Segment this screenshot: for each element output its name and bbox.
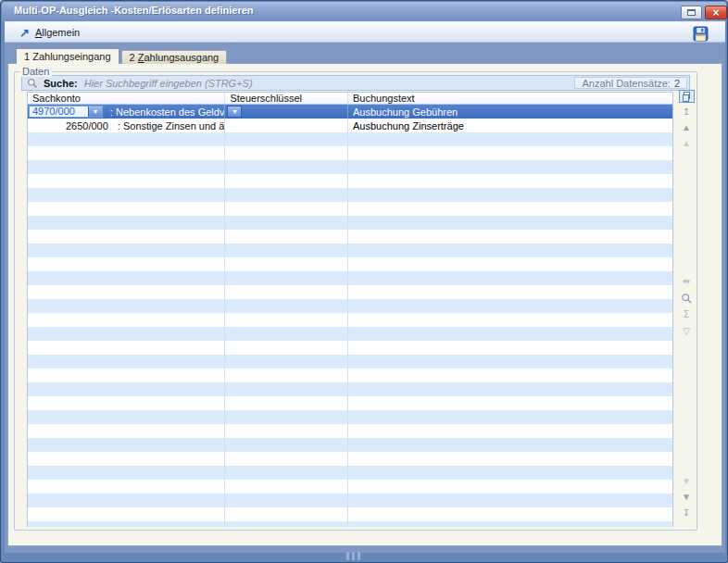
sachkonto-cell: 2650/000 : Sonstige Zinsen und ä: [28, 119, 225, 132]
table-cell: [28, 369, 225, 382]
table-row[interactable]: [28, 285, 672, 299]
table-row[interactable]: [28, 466, 672, 480]
table-cell: [28, 327, 225, 341]
page-down-icon[interactable]: ▼: [679, 475, 695, 488]
table-cell: [28, 285, 225, 299]
table-cell: [348, 257, 672, 271]
menu-allgemein[interactable]: ↗ Allgemein: [16, 24, 83, 41]
copy-icon[interactable]: [679, 90, 695, 103]
table-row[interactable]: [28, 341, 672, 355]
table-row[interactable]: [28, 271, 672, 285]
table-cell: [348, 202, 672, 216]
table-row[interactable]: [28, 132, 672, 146]
table-cell: [28, 146, 225, 160]
tab-strip: 1 Zahlungseingang 2 Zahlungsausgang: [16, 48, 227, 64]
tab-zahlungsausgang[interactable]: 2 Zahlungsausgang: [121, 50, 228, 64]
table-row[interactable]: [28, 438, 672, 452]
table-cell: [28, 132, 225, 146]
table-row[interactable]: [28, 188, 672, 202]
table-cell: [28, 271, 225, 285]
table-cell: [28, 174, 225, 188]
column-header-steuerschluessel[interactable]: Steuerschlüssel: [225, 93, 348, 104]
table-row[interactable]: [28, 452, 672, 466]
sum-icon[interactable]: Σ: [679, 308, 695, 321]
tab-zahlungseingang[interactable]: 1 Zahlungseingang: [16, 48, 119, 64]
jump-arrow-icon: ↗: [19, 27, 30, 39]
table-row[interactable]: [28, 327, 672, 341]
table-row[interactable]: 4970/000 ▼ : Nebenkosten des Geldv ▼ Aus…: [28, 105, 672, 119]
table-row[interactable]: [28, 257, 672, 271]
zoom-icon[interactable]: [679, 292, 695, 305]
table-row[interactable]: [28, 174, 672, 188]
table-row[interactable]: [28, 230, 672, 244]
fit-columns-icon[interactable]: ⇹: [679, 275, 695, 288]
table-cell: [225, 285, 348, 299]
table-row[interactable]: [28, 355, 672, 369]
restore-button[interactable]: [681, 6, 702, 19]
table-row[interactable]: [28, 507, 672, 521]
table-cell: [225, 244, 348, 257]
sachkonto-combobox[interactable]: 4970/000 ▼: [29, 106, 103, 118]
table-row[interactable]: [28, 244, 672, 257]
table-row[interactable]: [28, 313, 672, 327]
column-header-sachkonto[interactable]: Sachkonto: [28, 93, 225, 104]
table-cell: [348, 188, 672, 202]
scroll-top-icon[interactable]: ↥: [679, 106, 695, 119]
move-up-icon[interactable]: ▲: [679, 121, 695, 134]
table-cell: [28, 160, 225, 174]
groupbox-label: Daten: [19, 66, 52, 77]
table-row[interactable]: [28, 202, 672, 216]
move-down-icon[interactable]: ▼: [679, 491, 695, 504]
column-header-buchungstext[interactable]: Buchungstext: [348, 93, 672, 104]
grid-side-toolbar-middle: ⇹Σ▽: [677, 275, 696, 338]
table-row[interactable]: [28, 396, 672, 410]
table-row[interactable]: [28, 160, 672, 174]
record-count: Anzahl Datensätze: 2: [574, 77, 687, 89]
table-cell: [348, 327, 672, 341]
search-bar[interactable]: Suche: Hier Suchbegriff eingeben (STRG+S…: [21, 75, 690, 91]
table-row[interactable]: [28, 369, 672, 382]
steuerschluessel-dropdown-button[interactable]: ▼: [227, 106, 242, 118]
title-bar[interactable]: Multi-OP-Ausgleich -Kosten/Erlösarten de…: [2, 2, 726, 21]
table-cell: [225, 466, 348, 480]
table-cell: [225, 230, 348, 244]
table-row[interactable]: [28, 299, 672, 313]
record-count-label: Anzahl Datensätze:: [582, 78, 670, 89]
table-cell: [348, 438, 672, 452]
close-icon: ×: [712, 7, 719, 19]
table-cell: [28, 202, 225, 216]
table-cell: [348, 341, 672, 355]
table-row[interactable]: [28, 494, 672, 507]
table-cell: [28, 257, 225, 271]
chevron-down-icon: ▼: [92, 108, 98, 115]
table-cell: [28, 216, 225, 230]
page-up-icon[interactable]: ▲: [679, 137, 695, 150]
sachkonto-description: : Sonstige Zinsen und ä: [118, 120, 225, 131]
table-cell: [225, 188, 348, 202]
scroll-bottom-icon[interactable]: ↧: [679, 507, 695, 519]
sachkonto-dropdown-button[interactable]: ▼: [88, 106, 102, 117]
close-button[interactable]: ×: [705, 6, 727, 19]
table-row[interactable]: [28, 521, 672, 527]
chevron-down-icon: ▼: [232, 108, 238, 115]
sachkonto-value: 4970/000: [30, 106, 88, 117]
table-cell: [225, 299, 348, 313]
table-cell: [225, 494, 348, 507]
grid-body: 4970/000 ▼ : Nebenkosten des Geldv ▼ Aus…: [28, 105, 672, 527]
table-row[interactable]: [28, 410, 672, 424]
table-row[interactable]: [28, 146, 672, 160]
table-cell: [28, 438, 225, 452]
table-row[interactable]: 2650/000 : Sonstige Zinsen und ä Ausbuch…: [28, 119, 672, 132]
save-button[interactable]: [692, 25, 709, 42]
table-row[interactable]: [28, 424, 672, 438]
table-cell: [348, 382, 672, 396]
table-cell: [225, 452, 348, 466]
table-row[interactable]: [28, 480, 672, 494]
table-row[interactable]: [28, 382, 672, 396]
filter-icon[interactable]: ▽: [679, 325, 695, 338]
table-row[interactable]: [28, 216, 672, 230]
table-cell: [348, 452, 672, 466]
resize-grip[interactable]: [346, 552, 360, 559]
table-cell: [348, 466, 672, 480]
table-cell: [348, 146, 672, 160]
